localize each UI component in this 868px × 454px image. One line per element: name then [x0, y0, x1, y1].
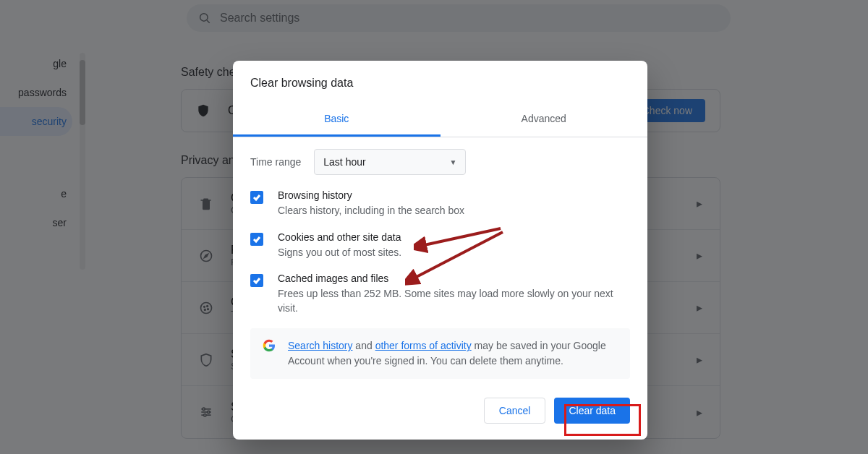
tab-basic[interactable]: Basic	[233, 103, 441, 137]
option-title-browsing-history: Browsing history	[278, 189, 464, 201]
search-history-link[interactable]: Search history	[288, 340, 352, 351]
other-activity-link[interactable]: other forms of activity	[375, 340, 472, 351]
time-range-select[interactable]: Last hour ▼	[314, 149, 466, 175]
dialog-title: Clear browsing data	[233, 61, 647, 103]
tab-advanced[interactable]: Advanced	[441, 103, 648, 137]
cancel-button[interactable]: Cancel	[484, 398, 546, 424]
time-range-label: Time range	[250, 156, 301, 168]
google-account-info: Search history and other forms of activi…	[250, 328, 630, 379]
option-desc-cookies: Signs you out of most sites.	[278, 246, 401, 260]
dropdown-arrow-icon: ▼	[449, 158, 456, 166]
option-title-cookies: Cookies and other site data	[278, 231, 401, 243]
option-desc-browsing-history: Clears history, including in the search …	[278, 204, 464, 218]
option-desc-cache: Frees up less than 252 MB. Some sites ma…	[278, 287, 630, 315]
annotation-highlight-box	[564, 404, 641, 436]
google-logo-icon	[262, 338, 276, 353]
clear-browsing-data-dialog: Clear browsing data Basic Advanced Time …	[233, 61, 647, 440]
option-title-cache: Cached images and files	[278, 273, 630, 284]
checkbox-cache[interactable]	[250, 274, 263, 287]
checkbox-cookies[interactable]	[250, 233, 263, 246]
checkbox-browsing-history[interactable]	[250, 191, 263, 204]
